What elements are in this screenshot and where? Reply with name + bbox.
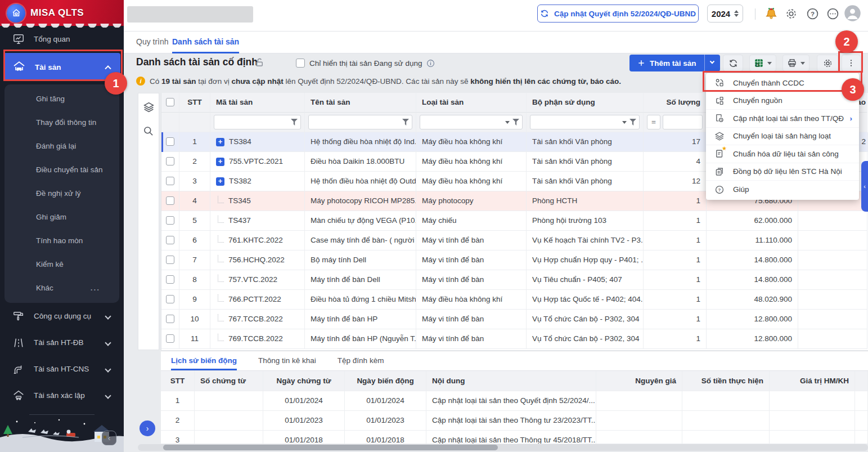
filter-funnel-icon[interactable] [402,119,409,126]
submenu-item[interactable]: Kiểm kê [5,253,119,276]
row-checkbox[interactable] [166,216,174,225]
filter-code-input[interactable] [214,115,301,129]
row-checkbox[interactable] [166,275,174,284]
menu-item-update-type[interactable]: Cập nhật loại tài sản theo TT/QĐ › [706,110,859,128]
filter-dept-text[interactable] [530,115,619,129]
search-icon[interactable] [143,126,154,137]
horizontal-scrollbar[interactable] [138,444,868,451]
col-type[interactable]: Loại tài sản [416,93,527,113]
row-checkbox[interactable] [166,256,174,264]
scrollbar-thumb[interactable] [163,445,498,450]
expand-icon[interactable] [218,334,224,341]
tab-attachments[interactable]: Tệp đính kèm [338,351,384,370]
expand-icon[interactable] [218,196,224,203]
menu-item-sync-stc[interactable]: Đồng bộ dữ liệu lên STC Hà Nội [706,163,859,181]
detail-row[interactable]: 3 01/01/2018 01/01/2018 Cập nhật loại tà… [161,431,868,444]
submenu-item[interactable]: Điều chuyển tài sản [5,158,119,182]
filter-qty-operator[interactable]: = [647,115,660,129]
col-cost[interactable]: Nguyên giá [596,371,682,391]
tab-history[interactable]: Lịch sử biến động [171,351,237,370]
filter-code-text[interactable] [214,115,288,129]
filter-dept-select[interactable] [530,115,640,129]
year-spinner-icon[interactable] [734,10,739,17]
right-panel-handle[interactable]: ‹ [861,161,868,212]
menu-item-convert-source[interactable]: Chuyển nguồn [706,92,859,110]
settings-gear-icon[interactable] [785,7,798,22]
expand-icon[interactable] [218,294,224,302]
submenu-item[interactable]: Tính hao mòn [5,229,119,253]
expand-icon[interactable] [218,216,224,223]
col-name[interactable]: Tên tài sản [305,93,416,113]
table-row[interactable]: 6 761.KHTC.2022 Case máy tính để bàn- ( … [161,231,868,250]
filter-name-input[interactable] [308,115,412,129]
row-checkbox[interactable] [166,315,174,323]
filter-qty-input[interactable] [663,115,703,129]
col-doc-no[interactable]: Số chứng từ [195,371,263,391]
layers-icon[interactable] [143,101,155,113]
col-code[interactable]: Mã tài sản [210,93,305,113]
submenu-item[interactable]: Thay đổi thông tin [5,111,119,135]
filter-type-text[interactable] [420,115,502,129]
select-all-checkbox[interactable] [166,98,174,106]
notification-bell-icon[interactable] [764,7,779,23]
filter-type-select[interactable] [420,115,523,129]
more-options-icon[interactable] [826,7,839,22]
expand-left-panel-button[interactable]: › [140,420,155,436]
col-value[interactable]: Giá trị HM/KH [770,371,855,391]
menu-item-standardize-data[interactable]: ★ Chuẩn hóa dữ liệu tài sản công [706,145,859,163]
menu-item-help[interactable]: ? Giúp [706,181,859,199]
filter-funnel-icon[interactable] [512,119,519,126]
avatar[interactable] [844,5,861,24]
year-selector[interactable]: 2024 [707,5,743,23]
menu-item-convert-ccdc[interactable]: Chuyển thành CCDC [706,74,859,92]
detail-row[interactable]: 2 01/01/2023 01/01/2023 Cập nhật loại tà… [161,411,868,431]
sidebar-item-established[interactable]: Tài sản xác lập [0,382,124,409]
col-dept[interactable]: Bộ phận sử dụng [527,93,644,113]
submenu-item[interactable]: Ghi tăng [5,87,119,111]
export-excel-button[interactable]: x [749,55,776,71]
col-amount[interactable]: Số tiền thực hiện [682,371,770,391]
sidebar-item-tools[interactable]: Công cụ dụng cụ [0,303,124,329]
table-settings-button[interactable] [817,55,838,71]
tab-declaration[interactable]: Thông tin kê khai [258,351,316,370]
menu-item-bulk-change-type[interactable]: Chuyển loại tài sản hàng loạt [706,128,859,146]
expand-icon[interactable] [216,158,224,166]
add-asset-dropdown[interactable] [704,55,720,71]
table-row[interactable]: 9 766.PCTT.2022 Điều hòa tủ đứng 1 chiều… [161,290,868,310]
sidebar-collapse-button[interactable]: ‹ [102,431,116,445]
row-checkbox[interactable] [166,137,174,146]
col-doc-date[interactable]: Ngày chứng từ [263,371,345,391]
filter-qty-text[interactable] [663,115,699,129]
col-stt[interactable]: STT [161,371,195,391]
update-decision-button[interactable]: Cập nhật Quyết định 52/2024/QĐ-UBND [537,5,699,23]
tab-process[interactable]: Quy trình [136,32,169,53]
sidebar-item-overview[interactable]: Tổng quan [0,26,124,52]
expand-icon[interactable] [218,255,224,262]
expand-icon[interactable] [218,314,224,321]
col-stt[interactable]: STT [179,93,210,113]
print-button[interactable] [782,55,809,71]
table-row[interactable]: 7 756.HCHQ.2022 Bộ máy tính Dell Máy vi … [161,250,868,270]
submenu-item[interactable]: Đánh giá lại [5,135,119,158]
col-content[interactable]: Nội dung [426,371,596,391]
col-change-date[interactable]: Ngày biến động [345,371,426,391]
tab-asset-list[interactable]: Danh sách tài sản [172,32,239,53]
submenu-item[interactable]: Đề nghị xử lý [5,182,119,205]
row-checkbox[interactable] [166,334,174,343]
row-checkbox[interactable] [166,236,174,244]
row-checkbox[interactable] [166,177,174,185]
sidebar-item-ht-cns[interactable]: Tài sản HT-CNS [0,356,124,382]
add-asset-button[interactable]: Thêm tài sản [629,55,720,71]
info-icon[interactable] [426,59,435,68]
sidebar-item-assets[interactable]: Tài sản [3,53,120,81]
expand-icon[interactable] [218,235,224,243]
lock-open-icon[interactable] [254,57,265,70]
only-in-use-checkbox[interactable] [296,59,305,68]
filter-name-text[interactable] [309,115,399,129]
more-actions-kebab-button[interactable] [842,55,861,71]
expand-icon[interactable] [218,275,224,282]
expand-icon[interactable] [216,177,224,186]
sidebar-item-ht-db[interactable]: Tài sản HT-ĐB [0,329,124,356]
row-checkbox[interactable] [166,196,174,205]
more-dots[interactable]: ... [91,276,100,300]
